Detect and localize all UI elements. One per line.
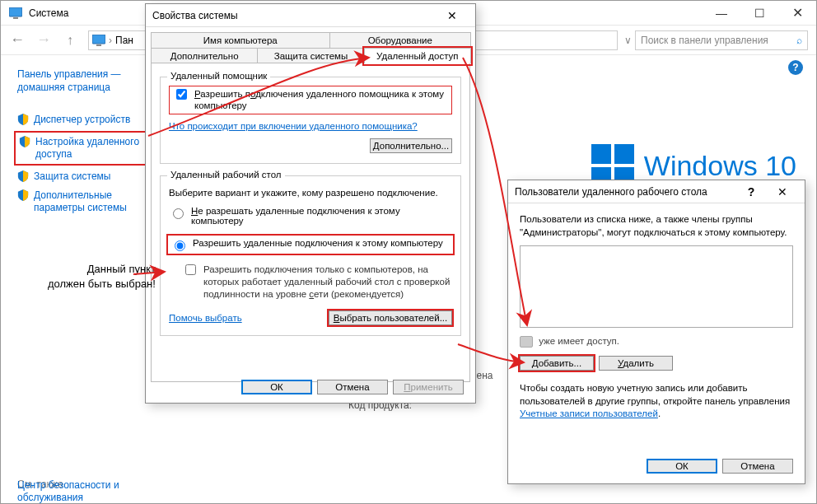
group-legend-rd: Удаленный рабочий стол [167,170,285,180]
remote-desktop-group: Удаленный рабочий стол Выберите вариант … [160,175,461,336]
allow-ra-checkbox[interactable]: РРазрешить подключения удаленного помощн… [169,86,452,114]
remote-assistance-group: Удаленный помощник РРазрешить подключени… [160,77,461,164]
annotation-text: Данный пункт должен быть выбран! [48,262,156,291]
rdu-close-button[interactable]: ✕ [767,185,798,198]
shield-icon [19,136,30,147]
tab-remote[interactable]: Удаленный доступ [364,48,471,63]
address-text: Пан [115,35,133,46]
search-icon: ⌕ [796,35,802,46]
ra-advanced-button[interactable]: Дополнительно... [370,138,452,153]
minimize-button[interactable]: — [703,1,740,26]
rd-radio-deny-input[interactable] [173,208,184,219]
tab-computer-name[interactable]: Имя компьютера [151,32,330,48]
maximize-button[interactable]: ☐ [740,1,778,26]
group-legend-ra: Удаленный помощник [167,71,270,81]
shield-icon [17,189,29,201]
tab-hardware[interactable]: Оборудование [329,32,471,48]
rdu-description: Пользователи из списка ниже, а также чле… [520,213,793,239]
search-placeholder: Поиск в панели управления [641,35,791,46]
tab-panel-remote: Удаленный помощник РРазрешить подключени… [151,63,470,382]
tab-advanced[interactable]: Дополнительно [151,48,258,63]
nav-remote-settings[interactable]: Настройка удаленного доступа [14,131,152,166]
shield-icon [17,114,29,125]
svg-rect-2 [92,35,105,44]
rdu-title: Пользователи удаленного рабочего стола [515,186,707,198]
rdu-ok-button[interactable]: ОК [647,459,717,474]
add-user-button[interactable]: Добавить... [520,356,594,371]
window-title: Система [29,7,68,19]
rd-radio-allow-input[interactable] [175,240,185,251]
rdu-current-user: уже имеет доступ. [520,336,793,348]
nav-advanced[interactable]: Дополнительные параметры системы [17,186,149,217]
rd-radio-deny[interactable]: Не разрешать удаленные подключения к это… [169,206,452,226]
apply-button: Применить [393,380,464,394]
rdu-user-listbox[interactable] [520,245,793,328]
security-center-link[interactable]: Центр безопасности и обслуживания [17,479,159,504]
rdu-cancel-button[interactable]: Отмена [722,459,793,474]
rd-radio-allow[interactable]: Разрешить удаленные подключения к этому … [166,234,455,255]
svg-rect-0 [9,7,22,16]
svg-rect-3 [96,44,101,46]
system-properties-dialog: Свойства системы ✕ Имя компьютера Оборуд… [145,3,476,404]
cancel-button[interactable]: Отмена [317,380,388,394]
allow-ra-checkbox-input[interactable] [176,89,187,100]
forward-button[interactable]: → [32,29,55,52]
remote-desktop-users-dialog: Пользователи удаленного рабочего стола ?… [507,180,805,484]
dialog-titlebar: Свойства системы ✕ [146,4,475,27]
rd-help-link[interactable]: Помочь выбрать [169,313,242,323]
rd-description: Выберите вариант и укажите, кому разреше… [169,188,452,198]
dialog-title: Свойства системы [152,10,238,21]
rdu-help-button[interactable]: ? [735,185,767,198]
system-icon [7,5,24,21]
rdu-titlebar: Пользователи удаленного рабочего стола ?… [508,180,805,203]
dialog-close-button[interactable]: ✕ [436,9,469,22]
brand-text: Windows 10 [644,150,796,182]
cp-home-link[interactable]: Панель управления — домашняя страница [17,68,149,94]
pc-icon [92,35,105,46]
close-button[interactable]: ✕ [778,1,816,26]
search-input[interactable]: Поиск в панели управления ⌕ [635,30,808,50]
nav-system-protection[interactable]: Защита системы [17,167,149,186]
shield-icon [17,170,29,182]
rd-nla-checkbox[interactable]: Разрешить подключения только с компьютер… [182,264,452,301]
rd-nla-checkbox-input[interactable] [185,264,196,275]
user-accounts-link[interactable]: Учетные записи пользователей [520,408,658,418]
tab-protection[interactable]: Защита системы [257,48,364,63]
ra-whatsthis-link[interactable]: Что происходит при включении удаленного … [169,121,418,131]
user-icon [520,336,533,348]
rdu-hint: Чтобы создать новую учетную запись или д… [520,382,793,421]
ok-button[interactable]: ОК [241,380,312,394]
select-users-button[interactable]: Выбрать пользователей... [329,310,452,325]
up-button[interactable]: ↑ [58,29,82,52]
remove-user-button[interactable]: Удалить [599,356,673,371]
svg-rect-1 [13,17,18,19]
nav-device-manager[interactable]: Диспетчер устройств [17,110,149,129]
back-button[interactable]: ← [6,29,29,52]
